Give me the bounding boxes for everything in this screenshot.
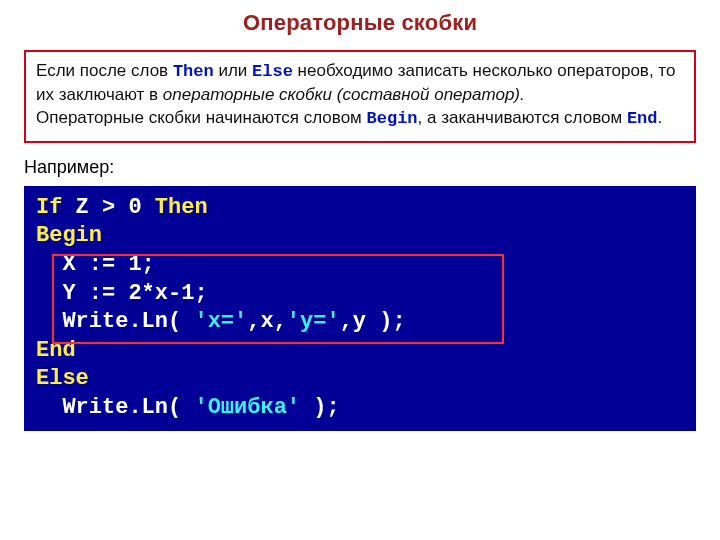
code-text: Y := 2*x-1; bbox=[36, 281, 208, 306]
code-line: Y := 2*x-1; bbox=[36, 280, 684, 309]
code-text: Write.Ln( bbox=[36, 309, 194, 334]
code-line: Write.Ln( 'Ошибка' ); bbox=[36, 394, 684, 423]
info-text: или bbox=[214, 61, 252, 80]
info-text: Если после слов bbox=[36, 61, 173, 80]
code-text: ,x, bbox=[247, 309, 287, 334]
code-keyword: Then bbox=[155, 195, 208, 220]
code-block: If Z > 0 Then Begin X := 1; Y := 2*x-1; … bbox=[24, 186, 696, 431]
example-label: Например: bbox=[24, 157, 696, 178]
code-line: Else bbox=[36, 365, 684, 394]
keyword-then: Then bbox=[173, 62, 214, 81]
code-text: Z > 0 bbox=[62, 195, 154, 220]
code-text: ,y ); bbox=[340, 309, 406, 334]
code-line: X := 1; bbox=[36, 251, 684, 280]
code-line: If Z > 0 Then bbox=[36, 194, 684, 223]
page-title: Операторные скобки bbox=[24, 10, 696, 36]
code-line: Write.Ln( 'x=',x,'y=',y ); bbox=[36, 308, 684, 337]
code-line: End bbox=[36, 337, 684, 366]
code-string: 'Ошибка' bbox=[194, 395, 300, 420]
code-keyword: If bbox=[36, 195, 62, 220]
keyword-end: End bbox=[627, 109, 658, 128]
info-italic: операторные скобки (составной оператор). bbox=[163, 85, 525, 104]
info-text: , а заканчиваются словом bbox=[418, 108, 627, 127]
code-string: 'x=' bbox=[194, 309, 247, 334]
keyword-begin: Begin bbox=[367, 109, 418, 128]
code-keyword: Begin bbox=[36, 223, 102, 248]
code-text: ); bbox=[300, 395, 340, 420]
code-keyword: End bbox=[36, 338, 76, 363]
info-text: . bbox=[658, 108, 663, 127]
code-string: 'y=' bbox=[287, 309, 340, 334]
code-keyword: Else bbox=[36, 366, 89, 391]
info-box: Если после слов Then или Else необходимо… bbox=[24, 50, 696, 143]
code-text: X := 1; bbox=[36, 252, 155, 277]
info-text: Операторные скобки начинаются словом bbox=[36, 108, 367, 127]
keyword-else: Else bbox=[252, 62, 293, 81]
code-text: Write.Ln( bbox=[36, 395, 194, 420]
code-line: Begin bbox=[36, 222, 684, 251]
